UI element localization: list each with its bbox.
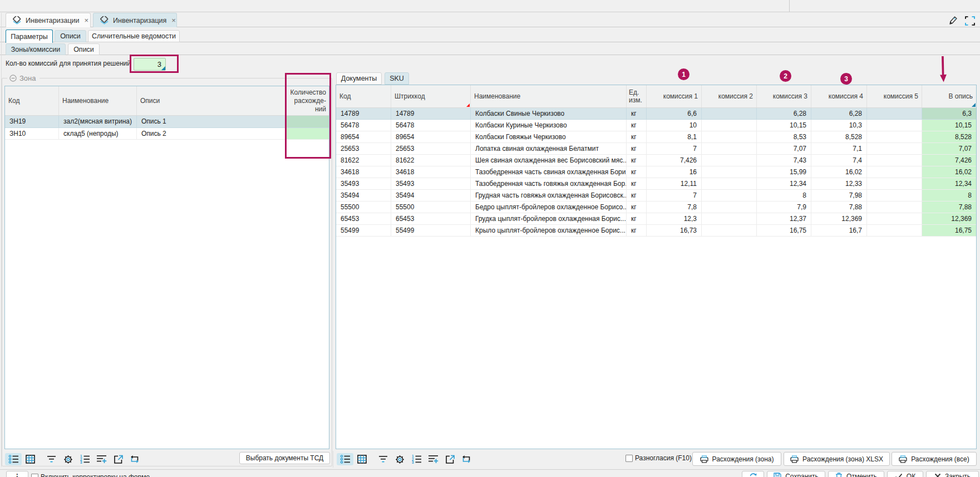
add-row-button[interactable] — [93, 453, 110, 465]
table-cell[interactable]: 7,426 — [647, 155, 702, 166]
table-cell[interactable]: 12,369 — [811, 213, 867, 224]
table-cell[interactable]: 25653 — [391, 143, 471, 154]
table-cell[interactable]: Грудка цыплят-бройлеров охлажденная Бори… — [471, 213, 627, 224]
table-cell[interactable]: 10,15 — [757, 120, 811, 131]
table-cell[interactable]: 16,7 — [811, 225, 867, 236]
bullet-list-button[interactable] — [337, 453, 353, 465]
table-cell[interactable]: кг — [627, 108, 647, 119]
table-cell[interactable]: Опись 2 — [137, 128, 286, 140]
table-cell[interactable] — [867, 143, 922, 154]
enable-correction-checkbox[interactable]: Включить корректировку на форме — [31, 473, 150, 477]
table-cell[interactable]: 12,34 — [922, 178, 977, 189]
table-row[interactable]: ЗН19зал2(мясная витрина)Опись 1 — [5, 116, 329, 128]
table-cell[interactable]: 7,43 — [757, 155, 811, 166]
table-cell[interactable] — [702, 155, 757, 166]
table-cell[interactable]: 7,07 — [757, 143, 811, 154]
tab-close-icon[interactable]: × — [171, 16, 176, 24]
table-cell[interactable]: кг — [627, 225, 647, 236]
table-cell[interactable]: кг — [627, 131, 647, 142]
table-cell[interactable]: склад5 (непроды) — [59, 128, 137, 140]
table-cell[interactable]: зал2(мясная витрина) — [59, 116, 137, 127]
table-cell[interactable]: Тазобедренная часть говяжья охлажденная … — [471, 178, 627, 189]
table-row[interactable]: ЗН10склад5 (непроды)Опись 2 — [5, 128, 329, 140]
table-cell[interactable]: кг — [627, 155, 647, 166]
tab-slichitelnye-vedomosti[interactable]: Сличительные ведомости — [88, 30, 180, 42]
table-cell[interactable] — [702, 166, 757, 178]
table-cell[interactable] — [702, 120, 757, 131]
tab-zony-komissii[interactable]: Зоны/комиссии — [6, 43, 66, 55]
table-cell[interactable] — [867, 155, 922, 166]
bullet-list-button[interactable] — [5, 453, 22, 465]
table-cell[interactable]: 35493 — [391, 178, 471, 189]
table-cell[interactable]: 89654 — [336, 131, 391, 142]
table-cell[interactable] — [867, 108, 922, 119]
column-header[interactable]: Штрихкод — [391, 85, 471, 107]
table-cell[interactable]: 7,1 — [811, 143, 867, 154]
table-cell[interactable]: 65453 — [336, 213, 391, 224]
table-cell[interactable]: 35494 — [336, 190, 391, 201]
table-cell[interactable]: 6,28 — [757, 108, 811, 119]
table-cell[interactable]: 8,528 — [811, 131, 867, 142]
table-cell[interactable]: 12,33 — [811, 178, 867, 189]
table-cell[interactable]: Колбаски Говяжьи Черкизово — [471, 131, 627, 142]
save-button[interactable]: Сохранить — [767, 471, 825, 477]
table-row[interactable]: 5647856478Колбаски Куриные Черкизовокг10… — [336, 120, 976, 131]
table-row[interactable]: 8965489654Колбаски Говяжьи Черкизовокг8,… — [336, 131, 976, 143]
gear-button[interactable] — [60, 453, 76, 465]
table-cell[interactable] — [702, 190, 757, 201]
table-cell[interactable]: 89654 — [391, 131, 471, 142]
table-cell[interactable]: 8,528 — [922, 131, 977, 142]
table-cell[interactable]: 8,1 — [647, 131, 702, 142]
table-cell[interactable]: Колбаски Свиные Черкизово — [471, 108, 627, 119]
checkbox-box[interactable] — [626, 455, 633, 462]
table-cell[interactable]: 35493 — [336, 178, 391, 189]
table-cell[interactable]: 56478 — [336, 120, 391, 131]
table-cell[interactable]: 7,98 — [811, 190, 867, 201]
table-cell[interactable]: 7 — [647, 143, 702, 154]
repeat-button[interactable] — [458, 453, 475, 465]
table-cell[interactable]: Шея свиная охлажденная вес Борисовский м… — [471, 155, 627, 166]
table-cell[interactable]: 12,3 — [647, 213, 702, 224]
numbered-list-button[interactable]: 123 — [408, 453, 425, 465]
column-header[interactable]: Наименование — [59, 86, 137, 115]
table-row[interactable]: 3549435494Грудная часть говяжья охлажден… — [336, 190, 976, 201]
table-cell[interactable]: 55499 — [391, 225, 471, 236]
table-cell[interactable]: 16,02 — [811, 166, 867, 178]
table-cell[interactable]: 8 — [922, 190, 977, 201]
numbered-list-button[interactable]: 123 — [76, 453, 93, 465]
table-cell[interactable]: 14789 — [336, 108, 391, 119]
tab-sku[interactable]: SKU — [385, 72, 409, 85]
table-row[interactable]: 8162281622Шея свиная охлажденная вес Бор… — [336, 155, 976, 166]
table-cell[interactable]: 6,3 — [922, 108, 977, 119]
table-cell[interactable] — [702, 213, 757, 224]
tab-parametry[interactable]: Параметры — [6, 29, 53, 43]
table-row[interactable]: 6545365453Грудка цыплят-бройлеров охлажд… — [336, 213, 976, 225]
column-header[interactable]: Описи — [137, 86, 286, 115]
grid-view-button[interactable] — [353, 453, 370, 465]
table-cell[interactable]: 16,75 — [757, 225, 811, 236]
table-cell[interactable]: Грудная часть говяжья охлажденная Борисо… — [471, 190, 627, 201]
column-header[interactable]: В опись — [922, 85, 977, 107]
table-cell[interactable]: кг — [627, 213, 647, 224]
table-cell[interactable]: 12,34 — [757, 178, 811, 189]
column-header[interactable]: Код — [5, 86, 59, 115]
open-external-button[interactable] — [110, 453, 126, 465]
table-cell[interactable] — [867, 201, 922, 213]
table-cell[interactable]: 10,15 — [922, 120, 977, 131]
table-cell[interactable]: 7,426 — [922, 155, 977, 166]
gear-button[interactable] — [391, 453, 408, 465]
table-cell[interactable]: 16,73 — [647, 225, 702, 236]
table-cell[interactable] — [867, 131, 922, 142]
tab-dokumenty[interactable]: Документы — [336, 72, 382, 85]
table-row[interactable]: 2565325653Лопатка свиная охлажденная Бел… — [336, 143, 976, 155]
table-cell[interactable] — [702, 131, 757, 142]
table-cell[interactable]: 8,53 — [757, 131, 811, 142]
column-header[interactable]: комиссия 1 — [647, 85, 702, 107]
column-header[interactable]: комиссия 4 — [811, 85, 867, 107]
filter-button[interactable] — [375, 453, 391, 465]
repeat-button[interactable] — [126, 453, 143, 465]
discrepancies-all-button[interactable]: Расхождения (все) — [892, 452, 977, 466]
raznoglasiya-checkbox[interactable]: Разногласия (F10) — [626, 454, 692, 462]
table-cell[interactable]: Опись 1 — [137, 116, 286, 127]
table-row[interactable]: 1478914789Колбаски Свиные Черкизовокг6,6… — [336, 108, 976, 120]
